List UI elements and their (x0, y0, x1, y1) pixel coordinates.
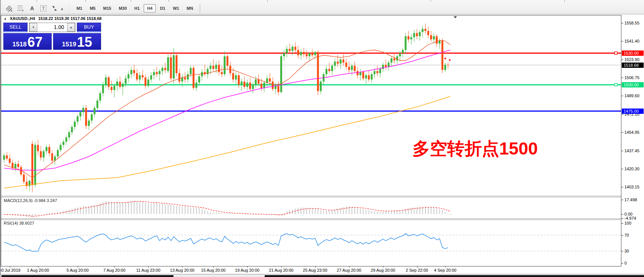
chevron-down-icon[interactable]: ▼ (60, 8, 64, 11)
rsi-tick: 100 (624, 221, 631, 225)
time-tick-label: 11 Aug 23:00 (136, 268, 160, 272)
price-tick: 1506.75 (624, 75, 639, 80)
time-tick-label: 25 Aug 23:00 (303, 268, 327, 272)
macd-label: MACD(12,26,9) -0.984 3.247 (4, 198, 57, 203)
price-tick: 1420.30 (624, 167, 639, 171)
volume-stepper: ▼ 1.00 ▲ (29, 23, 75, 32)
time-tick-label: 1 Aug 20:00 (27, 268, 49, 272)
time-tick-label: 4 Sep 20:00 (434, 268, 456, 272)
price-axis[interactable]: 1558.551541.401523.901506.751489.601472.… (621, 15, 644, 266)
ask-pips: 15 (77, 37, 92, 48)
price-tick: 1558.55 (624, 21, 639, 25)
collapse-marker-icon[interactable]: ▲ (4, 17, 7, 20)
volume-increase-button[interactable]: ▲ (67, 23, 75, 32)
sell-arrow-icon (449, 60, 451, 61)
rsi-tick: 0 (624, 261, 627, 265)
time-axis[interactable]: 30 Jul 20191 Aug 20:005 Aug 20:007 Aug 2… (1, 266, 621, 274)
buy-button[interactable]: BUY (77, 23, 101, 32)
timeframe-button-W1[interactable]: W1 (169, 4, 182, 12)
chart-shift-marker-icon (454, 16, 457, 18)
macd-tick: -4.974 (624, 216, 636, 220)
svg-text:E: E (11, 9, 12, 12)
toolbar-grip[interactable] (68, 4, 70, 12)
time-tick-label: 5 Aug 20:00 (66, 268, 89, 272)
rsi-line (4, 234, 448, 252)
price-tick: 1437.45 (624, 148, 639, 153)
timeframe-button-M5[interactable]: M5 (86, 4, 99, 12)
label-icon[interactable]: A (27, 4, 37, 13)
bottom-window-edge (1, 274, 644, 277)
time-tick-label: 7 Aug 20:00 (103, 268, 126, 272)
text-icon[interactable]: T (38, 4, 48, 13)
toolbar: E F A T ▼ M1M5M15M30H1H4D1W1MN (1, 2, 644, 14)
rsi-label: RSI(14) 38.6027 (4, 221, 34, 225)
price-tick: 1454.95 (624, 130, 639, 135)
current-price-badge: 1518.68 (622, 63, 644, 68)
chart-annotation: 多空转折点1500 (412, 139, 538, 158)
ma-slow-line (4, 96, 451, 188)
symbol-timeframe: XAUUSD-,H4 (10, 16, 35, 21)
chart-area[interactable]: 多空转折点1500 ▲ XAUUSD-,H4 1518.22 1519.30 1… (1, 15, 621, 266)
timeframe-buttons: M1M5M15M30H1H4D1W1MN (73, 4, 197, 12)
equidistant-channel-icon[interactable]: E (5, 4, 14, 13)
macd-histogram (4, 200, 451, 218)
one-click-trade-panel: SELL ▼ 1.00 ▲ BUY 1518 67 1519 15 (3, 23, 101, 50)
price-badge-1475.00: 1475.00 (622, 109, 644, 114)
time-tick-label: 21 Aug 20:00 (269, 268, 293, 272)
volume-decrease-button[interactable]: ▼ (29, 23, 37, 32)
sell-button[interactable]: SELL (3, 23, 28, 32)
ask-price-display: 1519 15 (53, 33, 101, 50)
timeframe-button-M30[interactable]: M30 (115, 4, 130, 12)
price-tick: 1541.40 (624, 39, 639, 43)
arrow-objects-icon[interactable] (50, 4, 60, 13)
timeframe-button-D1[interactable]: D1 (156, 4, 169, 12)
timeframe-button-H1[interactable]: H1 (131, 4, 143, 12)
bid-main: 1518 (12, 41, 27, 47)
chart-title: ▲ XAUUSD-,H4 1518.22 1519.30 1517.06 151… (4, 16, 101, 21)
timeframe-button-H4[interactable]: H4 (144, 4, 156, 12)
sell-arrow-icon (444, 58, 446, 60)
time-tick-label: 13 Aug 20:00 (170, 268, 195, 272)
rsi-tick: 30 (624, 249, 629, 253)
timeframe-button-M1[interactable]: M1 (73, 4, 86, 12)
time-tick-label: 2 Sep 22:00 (406, 268, 428, 272)
price-badge-1500.00: 1500.00 (622, 82, 644, 87)
time-tick-label: 19 Aug 20:00 (235, 268, 259, 272)
bid-price-display: 1518 67 (3, 33, 52, 50)
price-tick: 1403.15 (624, 185, 639, 189)
rsi-tick: 70 (624, 233, 629, 237)
toolbar-separator (200, 3, 200, 13)
price-tick: 1489.60 (624, 93, 639, 98)
bid-pips: 67 (28, 37, 43, 48)
time-tick-label: 27 Aug 20:00 (337, 268, 361, 272)
price-badge-1530.00: 1530.00 (622, 51, 644, 56)
candlestick-chart[interactable]: 多空转折点1500 (1, 15, 621, 266)
ask-main: 1519 (62, 41, 76, 47)
timeframe-button-MN[interactable]: MN (183, 4, 196, 12)
time-tick-label: 30 Jul 2019 (0, 268, 20, 272)
time-tick-label: 15 Aug 20:00 (201, 268, 225, 272)
timeframe-button-M15[interactable]: M15 (100, 4, 114, 12)
ma-medium-line (4, 50, 451, 170)
macd-tick: 17.498 (624, 197, 637, 202)
time-tick-label: 29 Aug 20:00 (371, 268, 395, 272)
fibonacci-grid-icon[interactable]: F (16, 4, 26, 13)
trading-platform-window: E F A T ▼ M1M5M15M30H1H4D1W1MN (0, 0, 644, 277)
ohlc-values: 1518.22 1519.30 1517.06 1518.68 (38, 16, 101, 21)
svg-text:F: F (22, 9, 24, 12)
volume-input[interactable]: 1.00 (37, 23, 67, 32)
price-tick: 1523.90 (624, 57, 639, 62)
